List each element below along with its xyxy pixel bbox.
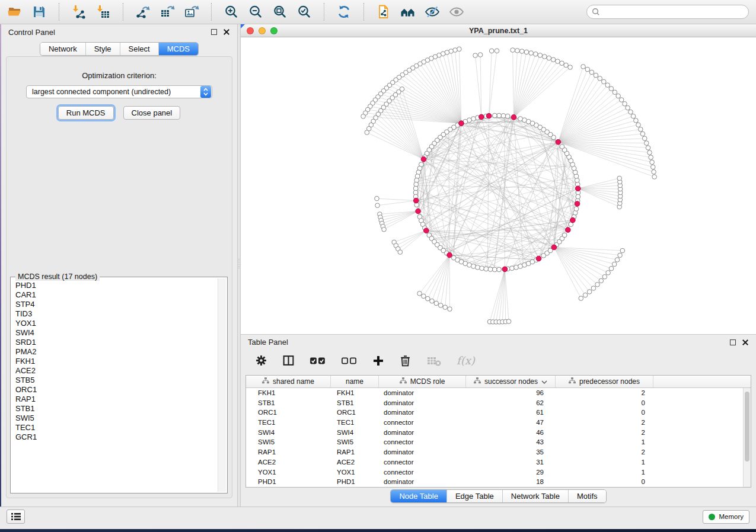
network-node[interactable] (587, 290, 592, 294)
tab-network[interactable]: Network (40, 43, 85, 55)
network-node[interactable] (591, 286, 596, 291)
network-node[interactable] (562, 233, 567, 238)
network-node[interactable] (568, 65, 573, 70)
result-list-item[interactable]: SWI5 (12, 414, 217, 423)
network-node[interactable] (623, 101, 627, 106)
mcds-hub-node[interactable] (486, 113, 492, 118)
network-node[interactable] (398, 250, 403, 255)
network-node[interactable] (652, 169, 656, 174)
open-session-icon[interactable] (7, 4, 23, 20)
table-tab-motifs[interactable]: Motifs (568, 490, 606, 502)
network-node[interactable] (574, 207, 579, 211)
network-node[interactable] (585, 67, 590, 72)
network-node[interactable] (505, 114, 510, 118)
table-row[interactable]: FKH1FKH1dominator962 (246, 388, 751, 398)
mcds-hub-node[interactable] (556, 139, 561, 145)
add-column-icon[interactable] (372, 355, 384, 367)
network-node[interactable] (515, 49, 520, 53)
network-node[interactable] (629, 110, 633, 114)
network-node[interactable] (642, 136, 647, 141)
network-node[interactable] (649, 155, 653, 160)
mcds-hub-node[interactable] (447, 252, 452, 258)
table-tab-network-table[interactable]: Network Table (502, 490, 568, 502)
export-image-icon[interactable] (184, 4, 199, 20)
network-node[interactable] (497, 267, 502, 272)
network-canvas[interactable] (241, 37, 756, 334)
optimization-criterion-dropdown[interactable]: largest connected component (undirected) (26, 85, 212, 98)
result-list-item[interactable]: STB5 (12, 376, 217, 385)
network-node[interactable] (473, 53, 478, 58)
table-row[interactable]: RAP1RAP1dominator352 (246, 447, 751, 457)
result-list-item[interactable]: SRD1 (12, 338, 217, 347)
network-node[interactable] (602, 274, 607, 279)
network-node[interactable] (599, 278, 604, 283)
result-list-item[interactable]: PMA2 (12, 347, 217, 357)
network-node[interactable] (564, 63, 569, 68)
apply-layout-icon[interactable] (336, 4, 352, 20)
network-node[interactable] (646, 146, 650, 150)
result-list-item[interactable]: PHD1 (12, 281, 217, 290)
network-node[interactable] (626, 105, 630, 110)
mcds-hub-node[interactable] (502, 267, 508, 272)
network-node[interactable] (619, 98, 624, 102)
mcds-hub-node[interactable] (536, 256, 541, 261)
import-table-icon[interactable] (95, 4, 111, 20)
tab-select[interactable]: Select (120, 43, 158, 55)
table-row[interactable]: ACE2ACE2connector311 (246, 457, 751, 467)
column-header-shared-name[interactable]: shared name (246, 376, 331, 387)
network-node[interactable] (511, 48, 515, 53)
network-node[interactable] (492, 267, 497, 272)
network-node[interactable] (612, 262, 617, 267)
result-list-item[interactable]: SWI4 (12, 328, 217, 338)
result-list-item[interactable]: STB1 (12, 404, 217, 414)
zoom-out-icon[interactable] (248, 4, 263, 20)
result-list-item[interactable]: YOX1 (12, 319, 217, 328)
float-table-panel-icon[interactable] (730, 339, 736, 345)
network-node[interactable] (560, 145, 564, 149)
network-node[interactable] (652, 175, 657, 180)
network-node[interactable] (615, 258, 620, 262)
network-node[interactable] (581, 65, 586, 69)
column-header-successor-nodes[interactable]: successor nodes (466, 376, 556, 387)
new-network-from-selection-icon[interactable] (376, 4, 391, 20)
network-node[interactable] (618, 253, 623, 258)
network-node[interactable] (443, 305, 448, 310)
network-node[interactable] (422, 294, 426, 299)
close-panel-button[interactable]: Close panel (123, 106, 181, 120)
network-graph[interactable] (241, 37, 756, 334)
network-node[interactable] (509, 266, 514, 271)
network-node[interactable] (538, 53, 543, 57)
result-list-item[interactable]: CAR1 (12, 290, 217, 300)
network-node[interactable] (644, 141, 649, 146)
split-columns-icon[interactable] (282, 354, 295, 367)
search-field[interactable] (586, 5, 749, 19)
divider-grip-icon[interactable] (238, 259, 240, 270)
network-node[interactable] (518, 117, 523, 121)
network-node[interactable] (430, 299, 435, 303)
hide-selected-icon[interactable] (425, 4, 440, 20)
network-node[interactable] (543, 55, 547, 59)
network-node[interactable] (448, 307, 452, 312)
mcds-hub-node[interactable] (479, 114, 484, 120)
table-row[interactable]: SWI4SWI4dominator462 (246, 428, 751, 438)
close-table-panel-icon[interactable] (742, 339, 749, 346)
network-node[interactable] (583, 293, 588, 297)
network-node[interactable] (547, 56, 551, 60)
float-panel-icon[interactable] (211, 29, 217, 35)
table-scrollbar-thumb[interactable] (745, 392, 749, 462)
import-network-icon[interactable] (71, 4, 87, 20)
table-row[interactable]: ORC1ORC1dominator610 (246, 408, 751, 418)
network-node[interactable] (488, 267, 493, 272)
unselect-all-checkboxes-icon[interactable] (341, 355, 358, 366)
network-node[interactable] (639, 127, 643, 132)
table-row[interactable]: STB1STB1dominator620 (246, 398, 751, 408)
zoom-fit-icon[interactable] (272, 4, 288, 20)
network-node[interactable] (506, 319, 511, 324)
network-node[interactable] (478, 53, 483, 57)
network-node[interactable] (484, 267, 489, 271)
network-node[interactable] (514, 265, 519, 270)
table-row[interactable]: YOX1YOX1connector291 (246, 467, 751, 477)
network-node[interactable] (495, 49, 499, 53)
mcds-hub-node[interactable] (570, 217, 576, 223)
network-node[interactable] (524, 50, 529, 55)
